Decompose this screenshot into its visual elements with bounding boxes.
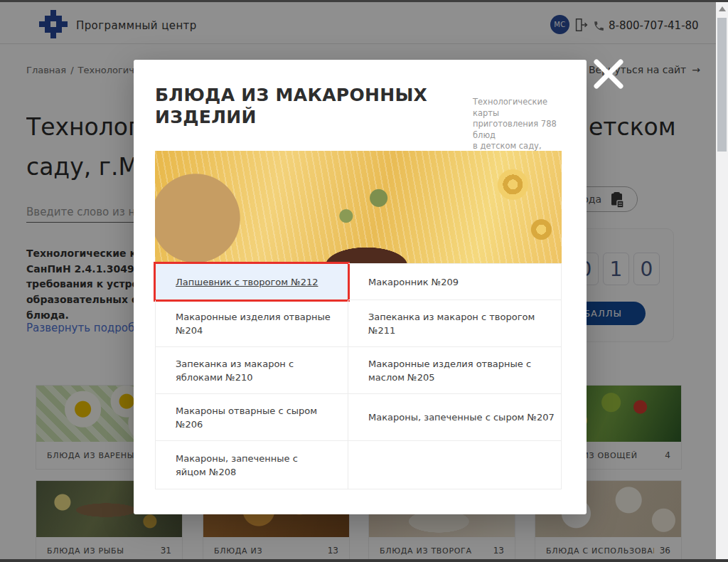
dish-list: Лапшевник с творогом №212 Макаронник №20… bbox=[155, 263, 562, 489]
dish-row: Макаронные изделия отварные №204 Запекан… bbox=[155, 300, 562, 347]
dish-cell-empty bbox=[348, 441, 562, 489]
pasta-dishes-modal: БЛЮДА ИЗ МАКАРОННЫХ ИЗДЕЛИЙ Технологичес… bbox=[134, 60, 587, 514]
dish-cell[interactable]: Макароны отварные с сыром №206 bbox=[155, 394, 348, 441]
dish-row: Макароны, запеченные с яйцом №208 bbox=[155, 441, 562, 489]
dish-cell[interactable]: Макаронные изделия отварные с маслом №20… bbox=[348, 347, 562, 394]
modal-close-icon[interactable] bbox=[589, 54, 628, 94]
dish-cell[interactable]: Макаронник №209 bbox=[348, 263, 562, 300]
dish-cell[interactable]: Запеканка из макарон с творогом №211 bbox=[348, 300, 562, 347]
dish-cell[interactable]: Макаронные изделия отварные №204 bbox=[155, 300, 348, 347]
dish-row: Макароны отварные с сыром №206 Макароны,… bbox=[155, 394, 562, 441]
dish-link-212: Лапшевник с творогом №212 bbox=[176, 275, 318, 289]
browser-window: Программный центр МС 8-800-707-41-80 Гла… bbox=[0, 0, 728, 562]
window-top-border bbox=[0, 0, 728, 2]
dish-cell[interactable]: Макароны, запеченные с яйцом №208 bbox=[155, 441, 348, 489]
scrollbar-thumb[interactable] bbox=[717, 18, 727, 152]
dish-cell-highlighted[interactable]: Лапшевник с творогом №212 bbox=[155, 263, 348, 300]
dish-cell[interactable]: Макароны, запеченные с сыром №207 bbox=[348, 394, 562, 441]
modal-title: БЛЮДА ИЗ МАКАРОННЫХ ИЗДЕЛИЙ bbox=[155, 84, 427, 128]
window-bottom-border bbox=[0, 559, 728, 562]
dish-cell[interactable]: Запеканка из макарон с яблоками №210 bbox=[155, 347, 348, 394]
pasta-hero-photo bbox=[155, 151, 562, 263]
scrollbar-up-arrow[interactable] bbox=[719, 6, 726, 11]
dish-row: Запеканка из макарон с яблоками №210 Мак… bbox=[155, 347, 562, 394]
vertical-scrollbar[interactable] bbox=[716, 2, 728, 559]
dish-row: Лапшевник с творогом №212 Макаронник №20… bbox=[155, 263, 562, 300]
